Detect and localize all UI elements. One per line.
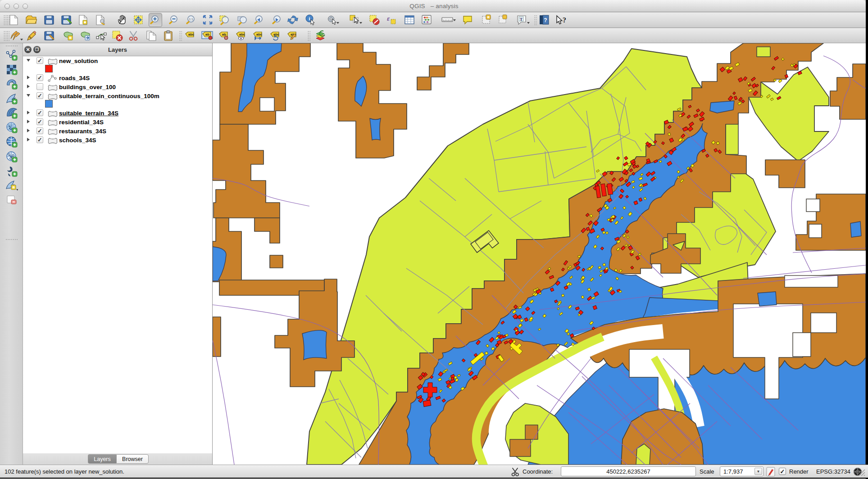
- svg-text:1:1: 1:1: [189, 18, 193, 21]
- svg-text:ab: ab: [205, 32, 209, 36]
- svg-text:abc: abc: [239, 32, 245, 36]
- svg-text:?: ?: [563, 16, 566, 24]
- svg-text:ab: ab: [222, 32, 226, 36]
- svg-text:abc: abc: [273, 32, 279, 36]
- svg-text:?: ?: [544, 17, 547, 23]
- svg-text:abc: abc: [256, 32, 262, 36]
- svg-text:abc: abc: [188, 32, 194, 36]
- svg-text:i: i: [309, 16, 310, 21]
- svg-text:ε: ε: [387, 15, 390, 22]
- svg-text:T: T: [520, 17, 523, 22]
